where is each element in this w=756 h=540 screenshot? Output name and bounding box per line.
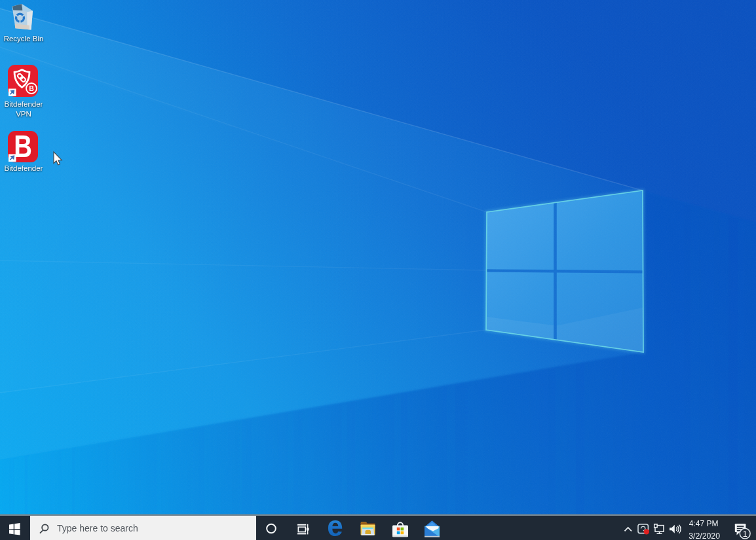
- svg-text:Type here to search: Type here to search: [57, 523, 138, 533]
- svg-text:Bitdefender: Bitdefender: [5, 100, 43, 108]
- svg-text:B: B: [14, 129, 32, 164]
- svg-text:VPN: VPN: [16, 110, 31, 118]
- svg-text:1: 1: [743, 530, 747, 539]
- svg-text:Bitdefender: Bitdefender: [5, 164, 43, 172]
- svg-text:4:47 PM: 4:47 PM: [689, 519, 719, 528]
- svg-text:e: e: [327, 510, 343, 540]
- svg-text:B: B: [29, 84, 34, 92]
- svg-text:Recycle Bin: Recycle Bin: [4, 35, 44, 43]
- svg-text:3/2/2020: 3/2/2020: [689, 531, 720, 540]
